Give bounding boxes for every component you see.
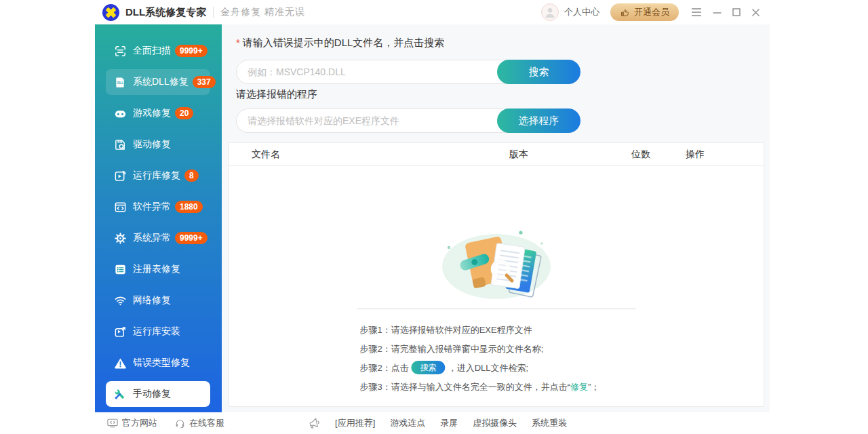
sidebar-item-manual-repair[interactable]: 手动修复 (106, 381, 210, 407)
app-title: DLL系统修复专家 (125, 6, 206, 19)
sidebar-item-label: 系统DLL修复 (133, 76, 189, 88)
gear-icon (113, 231, 127, 245)
runtime-wrench-icon (113, 169, 127, 182)
column-version: 版本 (509, 149, 631, 161)
sidebar-item-system-dll-repair[interactable]: DLL 系统DLL修复 337 (106, 69, 210, 95)
game-clicker-link[interactable]: 游戏连点 (390, 417, 425, 429)
app-logo-icon (102, 3, 120, 22)
sidebar-item-runtime-install[interactable]: 运行库安装 (106, 319, 210, 344)
close-icon[interactable] (751, 8, 760, 17)
badge: 9999+ (175, 232, 208, 244)
step-1: 步骤1：请选择报错软件对应的EXE程序文件 (359, 323, 644, 337)
warning-triangle-icon (113, 356, 127, 370)
sidebar-item-software-error[interactable]: 软件异常 1880 (106, 194, 210, 220)
empty-state: 步骤1：请选择报错软件对应的EXE程序文件 步骤2：请完整输入报错弹窗中显示的文… (229, 166, 764, 406)
step-3: 步骤3：请选择与输入文件名完全一致的文件，并点击“修复”； (359, 380, 644, 394)
vip-button[interactable]: 开通会员 (610, 3, 679, 21)
sidebar: 全面扫描 9999+ DLL 系统DLL修复 337 (95, 24, 222, 412)
sidebar-item-label: 软件异常 (133, 201, 171, 213)
inline-search-button[interactable]: 搜索 (412, 361, 446, 374)
select-program-button[interactable]: 选择程序 (497, 108, 580, 133)
vip-button-label: 开通会员 (634, 6, 669, 18)
gamepad-icon (113, 106, 127, 120)
sidebar-item-label: 手动修复 (133, 388, 171, 400)
sidebar-item-label: 游戏修复 (133, 107, 171, 119)
screen-record-link[interactable]: 录屏 (440, 417, 458, 429)
table-header: 文件名 版本 位数 操作 (229, 143, 764, 166)
svg-text:DLL: DLL (117, 81, 123, 85)
titlebar-divider (213, 7, 214, 18)
badge: 8 (184, 170, 199, 182)
results-table-card: 文件名 版本 位数 操作 (229, 142, 764, 407)
program-select-row: 选择程序 (236, 108, 580, 133)
column-filename: 文件名 (229, 149, 509, 161)
virtual-camera-link[interactable]: 虚拟摄像头 (473, 417, 517, 429)
program-label: 请选择报错的程序 (236, 88, 317, 101)
search-button[interactable]: 搜索 (497, 60, 580, 84)
user-icon (544, 6, 556, 18)
monitor-code-icon (107, 418, 118, 428)
sidebar-item-driver-repair[interactable]: 驱动修复 (106, 132, 210, 157)
required-mark: * (236, 37, 240, 48)
user-center-link[interactable]: 个人中心 (564, 6, 599, 18)
title-bar: DLL系统修复专家 金舟修复 精准无误 个人中心 开通会员 (95, 0, 770, 24)
sidebar-item-label: 运行库安装 (133, 326, 180, 338)
headset-icon (175, 418, 185, 429)
avatar[interactable] (541, 3, 559, 21)
search-label: *请输入错误提示中的DLL文件名，并点击搜索 (236, 37, 444, 50)
footer-bar: 官方网站 在线客服 [应用推荐] 游戏连点 录屏 虚拟摄像头 (95, 412, 770, 434)
badge: 9999+ (175, 45, 208, 57)
registry-list-icon (113, 262, 127, 276)
code-window-icon (113, 200, 127, 214)
sidebar-item-network-repair[interactable]: 网络修复 (106, 288, 210, 313)
thumb-up-icon (620, 7, 630, 18)
sidebar-item-full-scan[interactable]: 全面扫描 9999+ (106, 38, 210, 64)
sidebar-item-label: 驱动修复 (133, 138, 171, 151)
online-service-link[interactable]: 在线客服 (175, 417, 224, 429)
column-action: 操作 (686, 149, 764, 161)
sidebar-item-label: 错误类型修复 (133, 357, 190, 369)
steps-help: 步骤1：请选择报错软件对应的EXE程序文件 步骤2：请完整输入报错弹窗中显示的文… (359, 323, 644, 399)
sidebar-item-system-error[interactable]: 系统异常 9999+ (106, 225, 210, 251)
sidebar-item-label: 注册表修复 (133, 263, 180, 275)
app-slogan: 金舟修复 精准无误 (220, 6, 305, 18)
official-site-link[interactable]: 官方网站 (107, 417, 157, 429)
app-window: DLL系统修复专家 金舟修复 精准无误 个人中心 开通会员 (95, 0, 770, 434)
sidebar-item-label: 运行库修复 (133, 170, 180, 182)
megaphone-icon (307, 416, 321, 429)
sidebar-item-label: 网络修复 (133, 294, 171, 307)
minimize-icon[interactable] (713, 8, 722, 17)
column-bitness: 位数 (631, 149, 686, 161)
runtime-install-icon (113, 325, 127, 338)
sidebar-item-runtime-repair[interactable]: 运行库修复 8 (106, 163, 210, 189)
menu-icon[interactable] (691, 7, 702, 17)
badge: 337 (193, 76, 216, 88)
dll-search-row: 搜索 (236, 60, 580, 84)
sidebar-item-registry-repair[interactable]: 注册表修复 (106, 256, 210, 282)
sidebar-item-error-type-repair[interactable]: 错误类型修复 (106, 350, 210, 376)
maximize-icon[interactable] (732, 8, 741, 16)
app-recommend-link[interactable]: [应用推荐] (335, 417, 375, 429)
step-2: 步骤2：请完整输入报错弹窗中显示的文件名称; (359, 342, 644, 356)
sidebar-item-label: 全面扫描 (133, 45, 171, 57)
step-2b: 步骤2：点击搜索，进入DLL文件检索; (359, 361, 644, 375)
scan-icon (113, 44, 127, 58)
divider-line (357, 309, 636, 309)
main-panel: *请输入错误提示中的DLL文件名，并点击搜索 搜索 请选择报错的程序 选择程序 … (222, 24, 770, 412)
badge: 20 (175, 107, 193, 119)
driver-chip-icon (113, 138, 127, 151)
sidebar-item-game-repair[interactable]: 游戏修复 20 (106, 100, 210, 126)
search-documents-illustration (435, 222, 557, 304)
sidebar-item-label: 系统异常 (133, 232, 171, 244)
repair-highlight: 修复 (570, 382, 588, 392)
badge: 1880 (175, 201, 203, 213)
system-reinstall-link[interactable]: 系统重装 (532, 417, 567, 429)
wifi-icon (113, 294, 127, 307)
manual-repair-wrench-icon (113, 387, 127, 401)
dll-file-icon: DLL (113, 75, 127, 89)
